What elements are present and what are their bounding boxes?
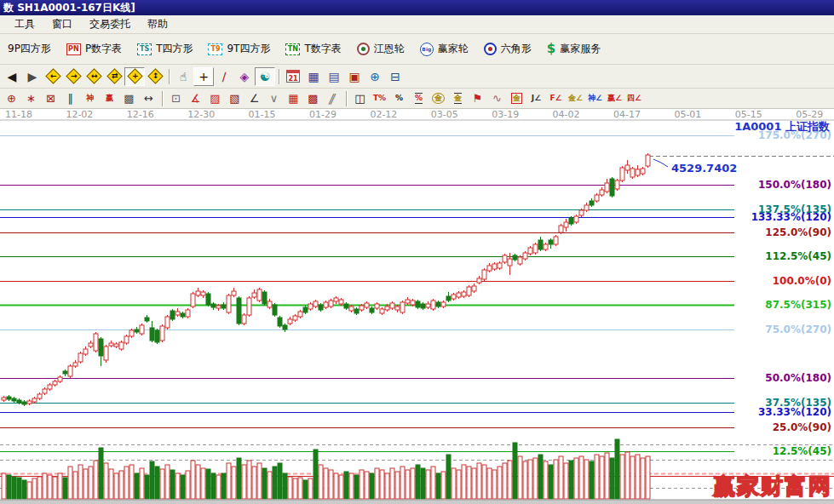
calendar-icon[interactable]: 21 (283, 67, 303, 86)
ying-grid-icon[interactable]: 赢 (100, 90, 119, 107)
date-tick: 12-30 (187, 109, 215, 120)
candle-body (370, 308, 374, 312)
hand-tool-icon[interactable]: ☝ (173, 67, 193, 86)
volume-bar (104, 463, 108, 499)
menu-help[interactable]: 帮助 (140, 15, 175, 33)
volume-bar (538, 455, 543, 499)
notes-icon[interactable]: ▤ (324, 67, 344, 86)
gann-fan-box2-icon[interactable]: ▧ (225, 90, 244, 107)
menu-window[interactable]: 窗口 (44, 15, 80, 33)
volume-bar (421, 468, 425, 499)
gann-fan-icon[interactable]: ∡ (186, 90, 205, 107)
tick-lines-icon[interactable]: ∥ (60, 90, 80, 107)
t-percent-icon[interactable]: T% (370, 90, 389, 107)
chart-area[interactable]: 11-1812-0212-1612-3001-1501-2902-1203-05… (0, 109, 834, 504)
gold-box-icon[interactable]: 金 (507, 90, 526, 107)
volume-bar (487, 468, 492, 499)
flag-icon-glyph: ⚑ (473, 93, 483, 104)
date-tick: 03-05 (431, 109, 458, 120)
measure-icon[interactable]: ↔ (139, 90, 158, 107)
angle-lines-icon[interactable]: ∠ (244, 90, 264, 107)
box-tool-icon[interactable]: ⊡ (166, 90, 186, 107)
j-angle-icon[interactable]: J∠ (526, 90, 546, 107)
candle-body (104, 346, 108, 360)
print-icon[interactable]: ⊟ (385, 67, 405, 86)
back-icon[interactable]: ◀ (2, 67, 22, 86)
diamond-hexpand-icon[interactable]: ↔ (83, 67, 104, 86)
vee-lines-icon[interactable]: ∨ (264, 90, 284, 107)
btn-hexagon-label: 六角形 (501, 42, 532, 56)
four-angle-icon[interactable]: 四∠ (624, 90, 644, 107)
gold-circle-icon[interactable]: 金 (429, 90, 448, 107)
f-angle-icon[interactable]: F∠ (546, 90, 566, 107)
gann-square-dots-icon[interactable]: ⊠ (41, 90, 60, 107)
date-tick: 11-18 (5, 109, 32, 120)
gold-angle-icon[interactable]: 金∠ (566, 90, 585, 107)
volume-bar (267, 472, 272, 499)
candle-body (32, 398, 37, 402)
dense-grid-icon[interactable]: ▩ (119, 90, 139, 107)
candle-body (385, 306, 389, 310)
btn-winner-service[interactable]: $赢家服务 (539, 39, 608, 59)
ying-angle-icon[interactable]: 赢∠ (605, 90, 624, 107)
diamond-left-icon[interactable]: ← (43, 67, 63, 86)
forward-icon[interactable]: ▶ (22, 67, 43, 86)
stamp-tool-icon[interactable]: ◈ (234, 67, 255, 86)
volume-bar (278, 463, 282, 499)
btn-t-table[interactable]: TNT数字表 (278, 39, 348, 59)
trendline-tool-icon[interactable]: ∕ (214, 67, 234, 86)
candle-body (446, 296, 451, 301)
btn-p-table[interactable]: PNP数字表 (59, 39, 129, 59)
export-web-icon[interactable]: ⊕ (365, 67, 385, 86)
red-grid-sq-icon[interactable]: ▩ (303, 90, 323, 107)
parallel-lines-icon[interactable]: ∥ (323, 90, 342, 107)
volume-bar (293, 478, 297, 499)
volume-bar (27, 482, 32, 499)
gold-lines-icon[interactable]: 金 (448, 90, 468, 107)
candle-body (482, 270, 486, 279)
btn-9p-square[interactable]: 9P四方形 (0, 39, 59, 59)
btn-9t-square[interactable]: T99T四方形 (200, 39, 278, 59)
menu-bar: 工具 窗口 交易委托 帮助 (0, 15, 834, 34)
chart-svg[interactable]: 11-1812-0212-1612-3001-1501-2902-1203-05… (0, 109, 834, 504)
diamond-vexpand-icon[interactable]: ↕ (145, 67, 165, 86)
shen-grid-icon[interactable]: 神 (80, 90, 100, 107)
flag-icon[interactable]: ⚑ (468, 90, 487, 107)
percent-lines-icon[interactable]: % (409, 90, 429, 107)
red-grid-icon-glyph: ▦ (288, 93, 298, 104)
candle-body (278, 318, 282, 326)
gann-star-icon-glyph: ∗ (26, 93, 36, 104)
volume-bar (431, 467, 435, 499)
percent-icon[interactable]: % (389, 90, 409, 107)
diamond-right-icon[interactable]: → (63, 67, 83, 86)
candle-body (206, 294, 210, 305)
calculator-icon[interactable]: ▦ (303, 67, 324, 86)
btn-t-table-icon: TN (285, 43, 300, 55)
pattern-tool-icon[interactable]: ☯ (255, 67, 275, 86)
red-grid-icon[interactable]: ▦ (284, 90, 303, 107)
diamond-allways-icon[interactable]: + (124, 67, 145, 86)
candle-body (349, 306, 354, 311)
candle-body (252, 293, 256, 297)
volume-bar (99, 448, 103, 499)
save-icon[interactable]: ▣ (344, 67, 365, 86)
wave-icon[interactable]: ∿ (487, 90, 507, 107)
gann-star-icon[interactable]: ∗ (21, 90, 41, 107)
gann-circle-icon[interactable]: ⊕ (2, 90, 21, 107)
four-angle-icon-glyph: 四∠ (627, 94, 641, 102)
gann-fan-box-icon[interactable]: ▨ (205, 90, 225, 107)
gann-fan-box2-icon-glyph: ▧ (229, 93, 239, 104)
date-tick: 05-01 (674, 109, 701, 120)
bars-icon[interactable]: ◫ (350, 90, 370, 107)
btn-t-square[interactable]: TST四方形 (129, 39, 200, 59)
btn-hexagon[interactable]: 六角形 (476, 39, 539, 59)
volume-bar (319, 465, 323, 499)
btn-winner-wheel[interactable]: Big赢家轮 (412, 39, 476, 59)
menu-trade[interactable]: 交易委托 (82, 15, 138, 33)
diamond-hcollapse-icon[interactable]: ⇄ (104, 67, 124, 86)
candle-body (625, 165, 630, 170)
menu-tools[interactable]: 工具 (7, 15, 43, 33)
btn-gann-wheel[interactable]: 江恩轮 (349, 39, 412, 59)
crosshair-tool-icon[interactable]: + (193, 67, 214, 86)
shen-angle-icon[interactable]: 神∠ (585, 90, 605, 107)
